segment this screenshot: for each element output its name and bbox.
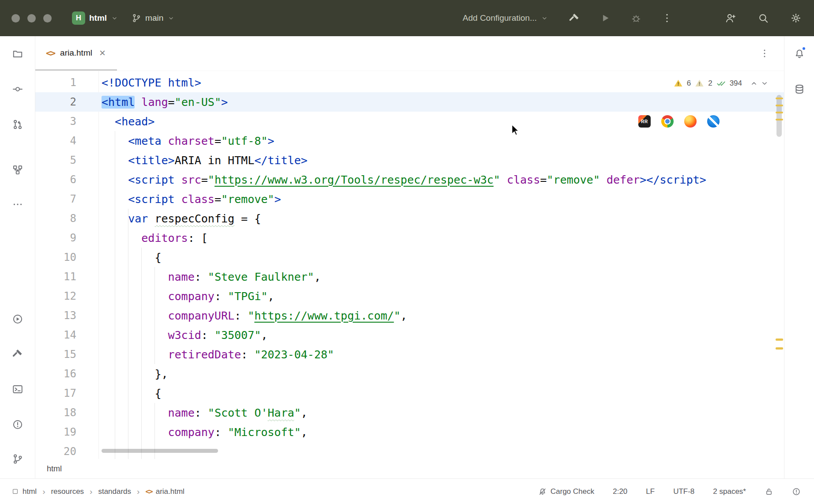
- code-text: var respecConfig = {: [102, 212, 261, 225]
- editor-breadcrumb[interactable]: html: [47, 464, 62, 474]
- code-text: <html lang="en-US">: [102, 96, 228, 109]
- settings-gear-icon[interactable]: [790, 12, 802, 24]
- vertical-scrollbar[interactable]: [776, 95, 782, 137]
- line-number: 15: [35, 348, 76, 361]
- code-line[interactable]: 17 {: [35, 384, 784, 403]
- breadcrumb-html[interactable]: html: [11, 487, 37, 496]
- warning-stripe-mark[interactable]: [776, 112, 783, 113]
- error-circle-icon: [792, 487, 801, 496]
- inspections-widget[interactable]: 6 2 394: [670, 76, 773, 90]
- code-line[interactable]: 12 company: "TPGi",: [35, 286, 784, 306]
- line-number: 1: [35, 76, 76, 89]
- folder-icon[interactable]: [12, 48, 23, 61]
- pull-requests-icon[interactable]: [12, 119, 23, 132]
- line-number: 11: [35, 271, 76, 283]
- breadcrumb-separator: ›: [88, 487, 94, 496]
- search-icon[interactable]: [757, 12, 769, 24]
- traffic-lights: [11, 14, 52, 23]
- zoom-window-button[interactable]: [43, 14, 52, 23]
- next-problem-icon[interactable]: [760, 79, 769, 88]
- ide-status[interactable]: [792, 487, 801, 496]
- project-widget[interactable]: H html: [68, 9, 123, 27]
- browser-preview-bar: RR: [638, 115, 720, 128]
- previous-problem-icon[interactable]: [750, 79, 758, 88]
- code-text: company: "Microsoft",: [102, 426, 308, 439]
- breadcrumb-aria-html[interactable]: <>aria.html: [145, 487, 184, 496]
- unlock-icon: [765, 487, 773, 496]
- tab-aria-html[interactable]: <> aria.html ×: [35, 36, 117, 71]
- code-line[interactable]: 6 <script src="https://www.w3.org/Tools/…: [35, 170, 784, 189]
- code-line[interactable]: 14 w3cid: "35007",: [35, 325, 784, 345]
- debug-bug-icon[interactable]: [630, 12, 642, 24]
- database-icon[interactable]: [794, 83, 805, 97]
- code-with-me-icon[interactable]: [725, 12, 736, 24]
- code-lines: 1<!DOCTYPE html>2<html lang="en-US">3 <h…: [35, 71, 784, 459]
- mouse-pointer: [508, 123, 521, 136]
- minimize-window-button[interactable]: [27, 14, 36, 23]
- file-writable[interactable]: [765, 487, 773, 496]
- code-editor[interactable]: 1<!DOCTYPE html>2<html lang="en-US">3 <h…: [35, 71, 784, 459]
- status-bar: html›resources›standards›<>aria.html Car…: [0, 478, 814, 504]
- line-number: 9: [35, 232, 76, 244]
- chevron-down-icon: [167, 15, 175, 22]
- problems-icon[interactable]: [12, 419, 23, 432]
- git-branch-icon: [132, 13, 141, 23]
- version-control-icon[interactable]: [12, 453, 23, 466]
- breadcrumb-separator: ›: [136, 487, 141, 496]
- code-line[interactable]: 7 <script class="remove">: [35, 189, 784, 209]
- more-icon[interactable]: [12, 199, 23, 212]
- breadcrumb-standards[interactable]: standards: [98, 487, 131, 496]
- line-number: 3: [35, 115, 76, 128]
- code-line[interactable]: 2<html lang="en-US">: [35, 92, 784, 112]
- build-icon[interactable]: [12, 348, 23, 361]
- run-icon[interactable]: [12, 313, 23, 327]
- safari-icon[interactable]: [707, 115, 720, 128]
- close-tab-icon[interactable]: ×: [99, 48, 106, 58]
- code-line[interactable]: 13 companyURL: "https://www.tpgi.com/",: [35, 306, 784, 325]
- right-tool-rail: [784, 36, 814, 478]
- close-window-button[interactable]: [11, 14, 20, 23]
- run-configuration-select[interactable]: Add Configuration...: [463, 13, 548, 23]
- branch-widget[interactable]: main: [127, 11, 179, 26]
- line-separator[interactable]: LF: [646, 487, 655, 496]
- warning-icon: [674, 79, 683, 88]
- warning-stripe-mark[interactable]: [776, 98, 783, 99]
- cursor-position[interactable]: 2:20: [613, 487, 627, 496]
- warning-stripe-mark[interactable]: [776, 347, 783, 350]
- file-encoding[interactable]: UTF-8: [673, 487, 694, 496]
- code-line[interactable]: 4 <meta charset="utf-8">: [35, 131, 784, 150]
- firefox-icon[interactable]: [684, 115, 697, 128]
- chevron-down-icon: [541, 15, 548, 22]
- breadcrumb-resources[interactable]: resources: [51, 487, 84, 496]
- warning-stripe-mark[interactable]: [776, 339, 783, 341]
- cargo-check[interactable]: Cargo Check: [538, 487, 594, 496]
- tab-options-kebab-icon[interactable]: [759, 48, 784, 59]
- more-kebab-icon[interactable]: [661, 12, 673, 24]
- terminal-icon[interactable]: [12, 384, 23, 397]
- module-square-icon: [11, 488, 19, 495]
- run-play-icon[interactable]: [599, 12, 611, 24]
- code-line[interactable]: 11 name: "Steve Faulkner",: [35, 267, 784, 286]
- code-text: {: [102, 251, 161, 264]
- code-line[interactable]: 8 var respecConfig = {: [35, 209, 784, 228]
- code-line[interactable]: 5 <title>ARIA in HTML</title>: [35, 150, 784, 170]
- chrome-icon[interactable]: [661, 115, 674, 128]
- code-line[interactable]: 19 company: "Microsoft",: [35, 422, 784, 442]
- line-number: 13: [35, 309, 76, 322]
- bell-muted-icon: [538, 487, 547, 496]
- horizontal-scrollbar[interactable]: [102, 449, 218, 453]
- warning-stripe-mark[interactable]: [776, 105, 783, 106]
- code-line[interactable]: 10 {: [35, 248, 784, 267]
- structure-icon[interactable]: [12, 164, 23, 177]
- code-line[interactable]: 15 retiredDate: "2023-04-28": [35, 345, 784, 364]
- warning-stripe-mark[interactable]: [776, 119, 783, 120]
- commit-icon[interactable]: [12, 83, 23, 97]
- code-text: name: "Steve Faulkner",: [102, 271, 321, 283]
- code-line[interactable]: 9 editors: [: [35, 228, 784, 248]
- build-hammer-icon[interactable]: [569, 12, 580, 24]
- code-line[interactable]: 16 },: [35, 364, 784, 384]
- indent-style[interactable]: 2 spaces*: [713, 487, 746, 496]
- code-line[interactable]: 18 name: "Scott O'Hara",: [35, 403, 784, 422]
- rustrover-preview-icon[interactable]: RR: [638, 115, 651, 128]
- code-text: <!DOCTYPE html>: [102, 76, 201, 89]
